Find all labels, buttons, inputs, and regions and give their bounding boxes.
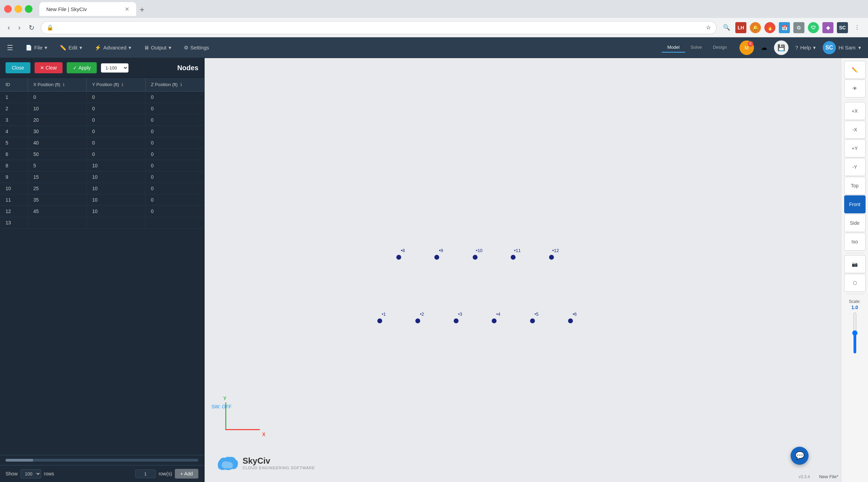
cell-z-1[interactable]: 0 [145, 92, 204, 103]
cell-y-12[interactable]: 10 [86, 206, 145, 217]
z-info-icon[interactable]: ℹ [180, 82, 182, 87]
cell-id-3[interactable]: 3 [0, 114, 28, 126]
minus-x-view-btn[interactable]: -X [844, 121, 866, 139]
back-btn[interactable]: ‹ [6, 21, 12, 34]
cell-z-2[interactable]: 0 [145, 103, 204, 114]
star-icon[interactable]: ☆ [706, 24, 711, 31]
forward-btn[interactable]: › [16, 21, 23, 34]
row-count-input[interactable]: 1 [135, 470, 156, 478]
cell-id-2[interactable]: 2 [0, 103, 28, 114]
cell-z-6[interactable]: 0 [145, 149, 204, 160]
tab-model[interactable]: Model [662, 43, 685, 53]
url-input[interactable]: https://platform.skyciv.com/structural [56, 25, 703, 31]
cell-z-9[interactable]: 0 [145, 172, 204, 183]
cell-y-10[interactable]: 10 [86, 183, 145, 194]
cell-y-6[interactable]: 0 [86, 149, 145, 160]
cell-y-5[interactable]: 0 [86, 137, 145, 149]
search-btn[interactable]: 🔍 [721, 22, 732, 33]
cell-z-5[interactable]: 0 [145, 137, 204, 149]
cell-x-12[interactable]: 45 [28, 206, 86, 217]
cell-x-3[interactable]: 20 [28, 114, 86, 126]
close-button[interactable]: Close [6, 62, 30, 73]
cell-z-12[interactable]: 0 [145, 206, 204, 217]
cell-x-8[interactable]: 5 [28, 160, 86, 172]
cell-y-1[interactable]: 0 [86, 92, 145, 103]
browser-tab[interactable]: New File | SkyCiv ✕ [39, 2, 136, 16]
menu-advanced[interactable]: ⚡ Advanced ▾ [89, 42, 137, 54]
ext-g-btn[interactable]: G [793, 22, 804, 33]
status-cloud-icon[interactable]: ☁ [757, 40, 771, 55]
help-btn[interactable]: ? Help ▾ [795, 45, 816, 51]
cell-x-5[interactable]: 40 [28, 137, 86, 149]
top-view-btn[interactable]: Top [844, 177, 866, 195]
cell-y-13[interactable] [86, 217, 145, 229]
render-btn[interactable]: ⬡ [844, 274, 866, 292]
ext-lh-btn[interactable]: LH [735, 22, 746, 33]
cell-z-3[interactable]: 0 [145, 114, 204, 126]
cell-x-9[interactable]: 15 [28, 172, 86, 183]
scale-slider[interactable] [850, 312, 860, 354]
cell-id-10[interactable]: 10 [0, 183, 28, 194]
cell-x-13[interactable] [28, 217, 86, 229]
cell-id-1[interactable]: 1 [0, 92, 28, 103]
minus-y-view-btn[interactable]: -Y [844, 158, 866, 176]
cell-id-4[interactable]: 4 [0, 126, 28, 137]
cell-x-1[interactable]: 0 [28, 92, 86, 103]
tab-solve[interactable]: Solve [685, 43, 708, 53]
cell-y-11[interactable]: 10 [86, 194, 145, 206]
ext-notify-btn[interactable]: 🔔 [750, 22, 761, 33]
plus-y-view-btn[interactable]: +Y [844, 139, 866, 157]
cell-z-11[interactable]: 0 [145, 194, 204, 206]
cell-id-8[interactable]: 8 [0, 160, 28, 172]
cell-id-13[interactable]: 13 [0, 217, 28, 229]
status-save-icon[interactable]: 💾 [774, 40, 789, 55]
ext-vpn-btn[interactable]: 🛡 [808, 22, 819, 33]
add-row-button[interactable]: + Add [175, 469, 198, 479]
hamburger-btn[interactable]: ☰ [7, 44, 13, 52]
screenshot-btn[interactable]: 📷 [844, 255, 866, 273]
cell-id-6[interactable]: 6 [0, 149, 28, 160]
cell-y-9[interactable]: 10 [86, 172, 145, 183]
window-controls[interactable] [4, 5, 32, 13]
ext-sc-btn[interactable]: SC [837, 22, 848, 33]
minimize-window-btn[interactable] [15, 5, 22, 13]
front-view-btn[interactable]: Front [844, 195, 866, 213]
cell-z-8[interactable]: 0 [145, 160, 204, 172]
ext-fire-btn[interactable]: 🔥 [764, 22, 775, 33]
cell-z-4[interactable]: 0 [145, 126, 204, 137]
cell-id-5[interactable]: 5 [0, 137, 28, 149]
menu-output[interactable]: 🖥 Output ▾ [138, 42, 177, 54]
cell-x-2[interactable]: 10 [28, 103, 86, 114]
user-menu-btn[interactable]: SC Hi Sam ▾ [823, 41, 861, 54]
horizontal-scrollbar[interactable] [6, 459, 198, 462]
address-bar[interactable]: 🔒 https://platform.skyciv.com/structural… [41, 21, 717, 34]
more-btn[interactable]: ⋮ [851, 22, 862, 33]
status-model-icon[interactable]: M0 [739, 40, 754, 55]
cell-y-2[interactable]: 0 [86, 103, 145, 114]
cell-z-13[interactable] [145, 217, 204, 229]
cell-x-10[interactable]: 25 [28, 183, 86, 194]
cell-id-9[interactable]: 9 [0, 172, 28, 183]
tab-design[interactable]: Design [707, 43, 732, 53]
cell-x-11[interactable]: 35 [28, 194, 86, 206]
reload-btn[interactable]: ↻ [27, 21, 37, 34]
iso-view-btn[interactable]: Iso [844, 233, 866, 251]
row-range-selector[interactable]: 1-100 [101, 63, 129, 73]
ext-meta-btn[interactable]: ◆ [822, 22, 833, 33]
cell-x-6[interactable]: 50 [28, 149, 86, 160]
eye-tool-btn[interactable]: 👁 [844, 80, 866, 98]
cell-id-12[interactable]: 12 [0, 206, 28, 217]
cell-y-3[interactable]: 0 [86, 114, 145, 126]
maximize-window-btn[interactable] [25, 5, 32, 13]
viewport[interactable]: •1 •2 •3 •4 [205, 58, 841, 482]
cell-y-8[interactable]: 10 [86, 160, 145, 172]
new-tab-btn[interactable]: + [140, 5, 144, 15]
tab-close-btn[interactable]: ✕ [125, 6, 129, 12]
cell-y-4[interactable]: 0 [86, 126, 145, 137]
close-window-btn[interactable] [4, 5, 12, 13]
chat-button[interactable]: 💬 [791, 447, 809, 465]
ext-cal-btn[interactable]: 📅 [779, 22, 790, 33]
clear-button[interactable]: ✕ Clear [35, 62, 63, 73]
plus-x-view-btn[interactable]: +X [844, 102, 866, 120]
menu-settings[interactable]: ⚙ Settings [178, 42, 215, 54]
